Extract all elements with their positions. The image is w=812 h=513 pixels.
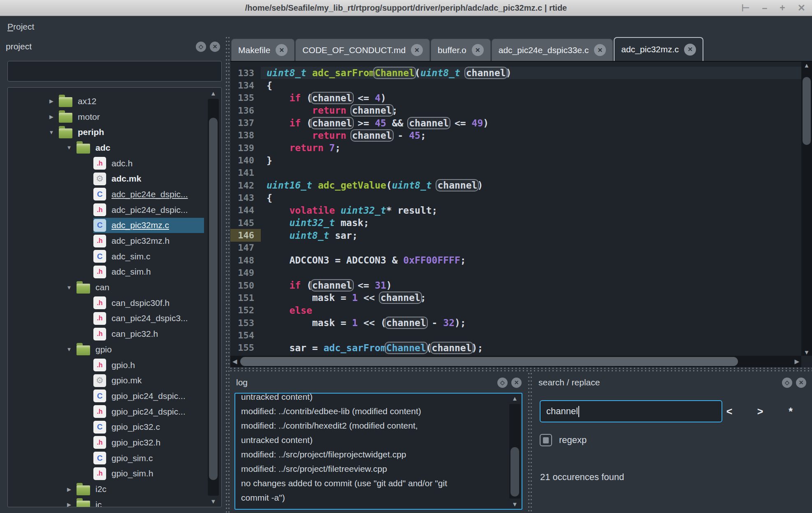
- code-line[interactable]: 139 return 7;: [230, 142, 801, 154]
- code-line[interactable]: 138 return channel - 45;: [230, 129, 801, 142]
- tree-file-adc-pic24e-dspic-[interactable]: .hadc_pic24e_dspic...: [8, 202, 204, 218]
- chevron-down-icon[interactable]: ▼: [62, 284, 77, 291]
- code-line[interactable]: 154: [230, 329, 801, 341]
- tree-file-adc-pic24e-dspic-[interactable]: Cadc_pic24e_dspic...: [8, 187, 204, 202]
- shade-window-button[interactable]: ⊢: [741, 3, 749, 13]
- log-scrollbar[interactable]: ▲ ▼: [509, 395, 520, 508]
- line-number[interactable]: 153: [230, 317, 261, 329]
- tree-file-gpio-pic32-h[interactable]: .hgpio_pic32.h: [8, 435, 204, 450]
- float-panel-icon[interactable]: ◇: [782, 378, 792, 388]
- scroll-down-icon[interactable]: ▼: [208, 498, 219, 505]
- log-search-splitter[interactable]: [527, 373, 533, 513]
- tree-file-gpio-pic24-dspic-[interactable]: .hgpio_pic24_dspic...: [8, 404, 204, 420]
- float-panel-icon[interactable]: ◇: [196, 42, 206, 52]
- line-number[interactable]: 140: [230, 154, 261, 166]
- scroll-right-icon[interactable]: ▶: [794, 356, 799, 367]
- project-filter-input[interactable]: [7, 61, 222, 82]
- float-panel-icon[interactable]: ◇: [497, 378, 508, 388]
- code-line[interactable]: 146 uint8_t sar;: [230, 229, 801, 241]
- line-number[interactable]: 135: [230, 92, 261, 104]
- chevron-right-icon[interactable]: ▶: [44, 114, 59, 120]
- code-line[interactable]: 136 return channel;: [230, 104, 801, 117]
- close-icon[interactable]: ✕: [594, 44, 606, 56]
- line-number[interactable]: 141: [230, 167, 261, 179]
- tree-file-gpio-pic24-dspic-[interactable]: Cgpio_pic24_dspic...: [8, 388, 204, 404]
- tree-file-gpio-sim-c[interactable]: Cgpio_sim.c: [8, 450, 204, 466]
- line-number[interactable]: 151: [230, 291, 261, 304]
- close-window-button[interactable]: ✕: [798, 3, 805, 13]
- line-number[interactable]: 144: [230, 204, 261, 217]
- tab-code-of-conduct-md[interactable]: CODE_OF_CONDUCT.md✕: [295, 39, 430, 61]
- line-number[interactable]: 154: [230, 329, 261, 341]
- close-icon[interactable]: ✕: [411, 44, 423, 56]
- line-number[interactable]: 139: [230, 142, 261, 154]
- chevron-down-icon[interactable]: ▼: [62, 346, 77, 352]
- tree-file-adc-h[interactable]: .hadc.h: [8, 156, 204, 171]
- code-line[interactable]: 140}: [230, 154, 801, 166]
- code-line[interactable]: 148 ADCCON3 = ADCCON3 & 0xFF00FFFF;: [230, 254, 801, 266]
- line-number[interactable]: 150: [230, 279, 261, 291]
- code-line[interactable]: 155 sar = adc_sarFromChannel(channel);: [230, 342, 801, 354]
- tree-file-gpio-pic32-c[interactable]: Cgpio_pic32.c: [8, 419, 204, 435]
- menu-item-project[interactable]: Project: [7, 22, 34, 32]
- line-number[interactable]: 155: [230, 342, 261, 354]
- close-panel-icon[interactable]: ✕: [210, 42, 220, 52]
- tree-folder-ax12[interactable]: ▶ax12: [8, 93, 204, 109]
- tree-file-gpio-h[interactable]: .hgpio.h: [8, 357, 204, 373]
- chevron-right-icon[interactable]: ▶: [44, 98, 59, 104]
- tree-folder-gpio[interactable]: ▼gpio: [8, 342, 204, 357]
- tree-file-adc-mk[interactable]: ⚙adc.mk: [8, 171, 204, 187]
- code-line[interactable]: 153 mask = 1 << (channel - 32);: [230, 317, 801, 329]
- maximize-window-button[interactable]: +: [780, 3, 785, 13]
- tree-folder-ic[interactable]: ▶ic: [8, 497, 204, 507]
- line-number[interactable]: 152: [230, 304, 261, 317]
- code-line[interactable]: 135 if (channel <= 4): [230, 92, 801, 104]
- line-number[interactable]: 148: [230, 254, 261, 266]
- code-line[interactable]: 143{: [230, 191, 801, 204]
- tree-file-adc-pic32mz-c[interactable]: Cadc_pic32mz.c: [8, 218, 204, 233]
- tree-folder-adc[interactable]: ▼adc: [8, 140, 204, 156]
- editor-vscrollbar-handle[interactable]: [803, 77, 811, 145]
- minimize-window-button[interactable]: –: [762, 3, 767, 13]
- code-line[interactable]: 151 mask = 1 << channel;: [230, 291, 801, 304]
- tree-scrollbar-track[interactable]: [208, 99, 219, 496]
- line-number[interactable]: 143: [230, 191, 261, 204]
- line-number[interactable]: 149: [230, 267, 261, 279]
- find-next-button[interactable]: >: [751, 400, 769, 422]
- tree-file-gpio-sim-h[interactable]: .hgpio_sim.h: [8, 466, 204, 482]
- code-line[interactable]: 133uint8_t adc_sarFromChannel(uint8_t ch…: [230, 67, 801, 79]
- scroll-up-icon[interactable]: ▲: [801, 62, 812, 69]
- tree-file-adc-sim-h[interactable]: .hadc_sim.h: [8, 264, 204, 280]
- tab-adc-pic24e-dspic33e-c[interactable]: adc_pic24e_dspic33e.c✕: [492, 39, 613, 61]
- line-number[interactable]: 147: [230, 242, 261, 254]
- tree-folder-can[interactable]: ▼can: [8, 280, 204, 295]
- close-icon[interactable]: ✕: [276, 44, 288, 56]
- code-line[interactable]: 147: [230, 242, 801, 254]
- tab-adc-pic32mz-c[interactable]: adc_pic32mz.c✕: [614, 37, 703, 61]
- log-output[interactable]: untracked content)modified: ../contrib/e…: [234, 393, 522, 510]
- scroll-down-icon[interactable]: ▼: [801, 349, 812, 356]
- tree-folder-motor[interactable]: ▶motor: [8, 109, 204, 125]
- editor-vscrollbar[interactable]: ▲ ▼: [801, 62, 812, 356]
- tree-file-adc-pic32mz-h[interactable]: .hadc_pic32mz.h: [8, 233, 204, 249]
- tree-folder-i2c[interactable]: ▶i2c: [8, 481, 204, 497]
- line-number[interactable]: 134: [230, 79, 261, 91]
- tree-scrollbar[interactable]: ▲ ▼: [208, 90, 219, 505]
- log-scrollbar-handle[interactable]: [510, 447, 519, 497]
- code-line[interactable]: 152 else: [230, 304, 801, 317]
- code-line[interactable]: 134{: [230, 79, 801, 91]
- code-line[interactable]: 142uint16_t adc_getValue(uint8_t channel…: [230, 179, 801, 191]
- tree-file-can-pic32-h[interactable]: .hcan_pic32.h: [8, 326, 204, 342]
- line-number[interactable]: 138: [230, 129, 261, 142]
- chevron-down-icon[interactable]: ▼: [44, 129, 59, 135]
- tree-file-adc-sim-c[interactable]: Cadc_sim.c: [8, 249, 204, 264]
- editor-hscrollbar-handle[interactable]: [240, 357, 738, 366]
- code-line[interactable]: 150 if (channel <= 31): [230, 279, 801, 291]
- close-panel-icon[interactable]: ✕: [796, 378, 806, 388]
- code-view[interactable]: 133uint8_t adc_sarFromChannel(uint8_t ch…: [230, 62, 801, 356]
- search-input[interactable]: channel: [540, 400, 722, 422]
- tab-makefile[interactable]: Makefile✕: [231, 39, 295, 61]
- line-number[interactable]: 136: [230, 104, 261, 117]
- editor-hscrollbar[interactable]: ◀ ▶: [230, 356, 801, 367]
- tree-file-gpio-mk[interactable]: ⚙gpio.mk: [8, 373, 204, 388]
